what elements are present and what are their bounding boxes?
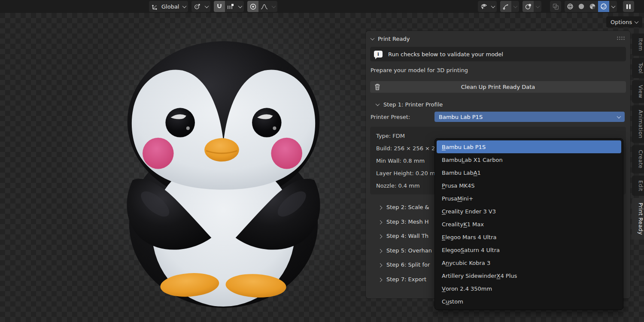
- panel-subtitle: Prepare your model for 3D printing: [371, 67, 630, 73]
- pivot-point-icon: [191, 1, 203, 12]
- options-button[interactable]: Options: [606, 16, 642, 27]
- menu-item-bambu-lab-p1s[interactable]: Bambu Lab P1S: [437, 140, 621, 153]
- falloff-dropdown[interactable]: [270, 1, 277, 12]
- pivot-point-dropdown[interactable]: [191, 1, 210, 12]
- menu-item-anycubic-kobra-3[interactable]: Anycubic Kobra 3: [437, 256, 621, 269]
- show-object-types-icon: [478, 1, 489, 12]
- cleanup-button-label: Clean Up Print Ready Data: [461, 84, 535, 90]
- step-label: Step 2: Scale &: [386, 204, 429, 210]
- menu-item-bambu-lab-a1[interactable]: Bambu Lab A1: [437, 166, 621, 179]
- menu-item-creality-ender-3-v3[interactable]: Creality Ender 3 V3: [437, 205, 621, 218]
- step-label: Step 6: Split for: [386, 261, 430, 268]
- display-cluster: [478, 1, 634, 12]
- shading-mode-group: [565, 1, 617, 12]
- overlays-icon[interactable]: [522, 1, 534, 12]
- step-collapse-chevron-icon: [378, 278, 383, 282]
- printer-preset-dropdown[interactable]: Bambu Lab P1S: [434, 112, 625, 122]
- solid-shading-button[interactable]: [576, 1, 587, 12]
- info-banner-text: Run checks below to validate your model: [388, 51, 503, 58]
- pause-button[interactable]: [623, 1, 634, 12]
- gizmo-dropdown[interactable]: [511, 1, 519, 12]
- material-shading-button[interactable]: [587, 1, 598, 12]
- gizmo-group: [500, 1, 519, 12]
- step1-collapse-chevron-icon: [376, 102, 380, 106]
- orientation-label: Global: [160, 3, 180, 10]
- xray-icon: [550, 1, 561, 12]
- step-collapse-chevron-icon: [378, 249, 383, 253]
- sidebar-tab-edit[interactable]: Edit: [632, 176, 644, 196]
- step1-title: Step 1: Printer Profile: [383, 101, 443, 108]
- snap-increment-icon[interactable]: [225, 1, 236, 12]
- snap-options-dropdown[interactable]: [236, 1, 244, 12]
- menu-item-elegoo-mars-4-ultra[interactable]: Elegoo Mars 4 Ultra: [437, 231, 621, 243]
- options-label: Options: [611, 19, 632, 25]
- panel-drag-handle-icon[interactable]: [617, 36, 625, 40]
- menu-item-artillery-sidewinder-x4-plus[interactable]: Artillery Sidewinder X4 Plus: [437, 269, 621, 282]
- sidebar-tab-print-ready[interactable]: Print Ready: [632, 198, 644, 240]
- info-icon: i: [374, 51, 383, 58]
- step-label: Step 3: Mesh H: [386, 219, 429, 225]
- shading-dropdown[interactable]: [609, 1, 617, 12]
- printer-preset-value: Bambu Lab P1S: [439, 114, 483, 120]
- blender-window: Global: [0, 0, 644, 322]
- penguin-3d-model[interactable]: [115, 39, 332, 308]
- overlays-dropdown[interactable]: [534, 1, 541, 12]
- panel-collapse-chevron-icon[interactable]: [371, 36, 375, 40]
- step-collapse-chevron-icon: [378, 263, 383, 267]
- transform-orientation-icon: [149, 1, 160, 12]
- xray-toggle[interactable]: [550, 1, 561, 12]
- snap-magnet-toggle[interactable]: [214, 1, 225, 12]
- pause-icon: [623, 1, 634, 12]
- menu-item-voron-2-4-350mm[interactable]: Voron 2.4 350mm: [437, 282, 621, 295]
- object-visibility-dropdown[interactable]: [478, 1, 497, 12]
- menu-item-bambu-lab-x1-carbon[interactable]: Bambu Lab X1 Carbon: [437, 153, 621, 166]
- proportional-edit-group: [247, 1, 277, 12]
- transform-orientation-dropdown[interactable]: Global: [149, 1, 188, 12]
- gizmo-icon[interactable]: [500, 1, 511, 12]
- info-banner: i Run checks below to validate your mode…: [370, 47, 626, 61]
- sidebar-tab-animation[interactable]: Animation: [632, 105, 644, 143]
- step-label: Step 4: Wall Th: [386, 233, 428, 239]
- trash-icon: [374, 83, 381, 91]
- step-collapse-chevron-icon: [378, 206, 383, 210]
- printer-preset-label: Printer Preset:: [371, 114, 434, 120]
- step-label: Step 5: Overhan: [386, 247, 432, 254]
- menu-item-creality-k1-max[interactable]: Creality K1 Max: [437, 218, 621, 231]
- step1-header[interactable]: Step 1: Printer Profile: [366, 99, 630, 109]
- viewport-header-bar: Global: [0, 0, 644, 13]
- panel-header[interactable]: Print Ready: [366, 31, 630, 43]
- proportional-editing-toggle[interactable]: [247, 1, 258, 12]
- transform-snap-cluster: Global: [149, 1, 277, 12]
- rendered-shading-button[interactable]: [598, 1, 609, 12]
- sidebar-tab-strip: ItemToolViewAnimationCreateEditPrint Rea…: [632, 33, 644, 240]
- printer-preset-row: Printer Preset: Bambu Lab P1S: [366, 112, 630, 122]
- printer-preset-menu: Bambu Lab P1SBambu Lab X1 CarbonBambu La…: [434, 138, 623, 310]
- step-collapse-chevron-icon: [378, 220, 383, 225]
- menu-item-prusa-mini-[interactable]: Prusa Mini+: [437, 192, 621, 205]
- step-label: Step 7: Export: [386, 276, 426, 283]
- sidebar-tab-item[interactable]: Item: [632, 33, 644, 56]
- snap-group: [214, 1, 244, 12]
- sidebar-tab-create[interactable]: Create: [632, 145, 644, 173]
- wireframe-shading-button[interactable]: [565, 1, 576, 12]
- cleanup-button[interactable]: Clean Up Print Ready Data: [370, 81, 626, 93]
- menu-item-elegoo-saturn-4-ultra[interactable]: Elegoo Saturn 4 Ultra: [437, 243, 621, 256]
- sidebar-tab-view[interactable]: View: [632, 80, 644, 103]
- sidebar-tab-tool[interactable]: Tool: [632, 58, 644, 78]
- step-collapse-chevron-icon: [378, 234, 383, 239]
- overlays-group: [522, 1, 541, 12]
- menu-item-custom[interactable]: Custom: [437, 295, 621, 308]
- falloff-curve-icon[interactable]: [258, 1, 270, 12]
- panel-title: Print Ready: [378, 36, 410, 42]
- menu-item-prusa-mk4s[interactable]: Prusa MK4S: [437, 179, 621, 192]
